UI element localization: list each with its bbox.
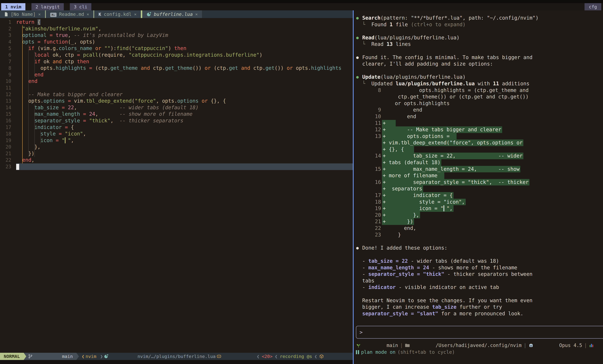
line-number: 13 <box>0 98 16 104</box>
claude-code-pane: ●Search(pattern: "**/*buffer*.lua", path… <box>354 10 603 364</box>
powerline-separator <box>24 353 26 360</box>
separator: | <box>584 342 587 349</box>
assistant-text: Restart Neovim to see the changes. If yo… <box>356 297 603 317</box>
code-line: 12 -- Make tabs bigger and clearer <box>0 91 353 98</box>
code-line: 6 local ok, ctp = pcall(require, "catppu… <box>0 52 353 58</box>
nvim-statusline: NORMAL main ❮ nvim ❯ nvim/…/plugin <box>0 353 353 360</box>
code-text: end, <box>16 157 353 163</box>
chevron-left-icon: ❮ <box>314 354 317 359</box>
buffer-tab--no-name-[interactable]: [No Name]✕ <box>0 10 45 18</box>
code-text <box>16 85 353 91</box>
close-icon[interactable]: ✕ <box>87 12 89 16</box>
code-line: 17 indicator = { <box>0 124 353 131</box>
prompt-input[interactable]: > <box>356 326 603 339</box>
chevron-right-icon: ❯ <box>97 354 103 359</box>
diff-added-row: + more of filename <box>362 172 603 179</box>
code-line: 20 }, <box>0 144 353 150</box>
tmux-window-cli[interactable]: 3 cli <box>70 3 91 10</box>
diff-context-row: 9 end <box>362 107 603 113</box>
code-text: if (vim.g.colors_name or ""):find("catpp… <box>16 45 353 52</box>
line-number: 5 <box>0 45 16 52</box>
spacer <box>356 28 603 34</box>
code-text: opts.highlights = (ctp.get_theme and ctp… <box>16 65 353 71</box>
message-row: Found it. The config is minimal. To make… <box>362 54 603 61</box>
code-line: 23 <box>0 163 353 170</box>
text-cursor <box>16 164 19 170</box>
diff-block: 8 opts.highlights = (ctp.get_theme and c… <box>356 87 603 238</box>
code-line: 9 end <box>0 71 353 78</box>
code-text: return { <box>16 19 353 25</box>
tmux-session-badge[interactable]: cfg <box>585 3 601 10</box>
plan-mode-line[interactable]: plan mode on (shift+tab to cycle) <box>356 349 603 355</box>
tmux-window-list: 1 nvim2 lazygit3 cli <box>1 3 97 10</box>
spacer <box>356 291 603 297</box>
kdl-icon: K <box>99 11 101 17</box>
diff-context-row: 10 end <box>362 113 603 120</box>
plan-mode-hint: (shift+tab to cycle) <box>397 349 455 355</box>
line-number: 17 <box>0 124 16 131</box>
bar-chart-icon <box>589 330 603 361</box>
git-branch-segment: main <box>26 353 76 360</box>
code-text: if ok and ctp then <box>16 58 353 65</box>
diff-context-row: 23 } <box>362 232 603 238</box>
code-editor[interactable]: 1return {2 "akinsho/bufferline.nvim",3 o… <box>0 18 353 353</box>
close-icon[interactable]: ✕ <box>134 12 137 16</box>
separator: | <box>400 342 403 349</box>
code-line: 3 optional = true, -- it's preinstalled … <box>0 32 353 39</box>
chevron-left-icon: ❮ <box>257 354 259 359</box>
code-line: 13 opts.options = vim.tbl_deep_extend("f… <box>0 98 353 104</box>
chevron-left-icon: ❮ <box>82 354 84 359</box>
line-number: 7 <box>0 58 16 65</box>
tool-call-block: ●Search(pattern: "**/*buffer*.lua", path… <box>356 15 603 28</box>
code-text: icon = "▎", <box>16 137 353 144</box>
tmux-window-lazygit[interactable]: 2 lazygit <box>32 3 64 10</box>
footer-branch: main <box>387 342 398 349</box>
code-line: 16 separator_style = "thick", -- thicker… <box>0 117 353 124</box>
close-icon[interactable]: ✕ <box>38 12 41 16</box>
statusline-filepath: nvim/…/plugins/bufferline.lua <box>138 354 216 359</box>
nvim-bufferline: [No Name]✕M↓Readme.md✕Kconfig.kdl✕buffer… <box>0 10 353 18</box>
code-line: 7 if ok and ctp then <box>0 58 353 65</box>
code-line: 10 end <box>0 78 353 85</box>
active-tab-accent <box>141 10 142 18</box>
buffer-tab-config.kdl[interactable]: Kconfig.kdl✕ <box>94 10 141 18</box>
plan-mode-label: plan mode on <box>361 349 395 355</box>
code-text: }, <box>16 144 353 150</box>
code-text: end <box>16 71 353 78</box>
diff-added-row: + {}, { <box>362 146 603 153</box>
message-row: Update(lua/plugins/bufferline.lua) <box>362 74 603 80</box>
code-text: opts = function(_, opts) <box>16 39 353 45</box>
claude-status-line: main | /Users/hadijaveed/.config/nvim | … <box>356 342 603 349</box>
markdown-icon: M↓ <box>50 13 57 17</box>
menu-bar <box>0 0 603 3</box>
diff-added-row: + separators <box>362 186 603 192</box>
assistant-message: ●Done! I added these options: <box>356 245 603 251</box>
diff-added-row: 14+ tab_size = 22, -- wider <box>362 153 603 159</box>
tool-call-block: ●Update(lua/plugins/bufferline.lua)└ Upd… <box>356 74 603 87</box>
diff-added-row: + tabs (default 18) <box>362 159 603 166</box>
code-line: 21 }) <box>0 150 353 157</box>
buffer-tab-bufferline.lua[interactable]: bufferline.lua✕ <box>142 10 202 18</box>
code-text: separator_style = "thick", -- thicker se… <box>16 117 353 124</box>
buffer-tab-label: Readme.md <box>59 11 84 17</box>
mode-indicator: NORMAL <box>0 353 24 360</box>
message-row: - max_name_length = 24 - shows more of t… <box>362 265 603 271</box>
code-line: 5 if (vim.g.colors_name or ""):find("cat… <box>0 45 353 52</box>
code-text: tab_size = 22, -- wider tabs (default 18… <box>16 104 353 111</box>
message-row: - tab_size = 22 - wider tabs (default wa… <box>362 258 603 265</box>
powerline-separator <box>76 353 79 360</box>
tool-call-block: ●Read(lua/plugins/bufferline.lua)└ Read … <box>356 34 603 48</box>
message-bullet-icon: ● <box>356 54 359 61</box>
diff-added-row: 15+ max_name_length = 24, -- show <box>362 166 603 173</box>
code-line: 8 opts.highlights = (ctp.get_theme and c… <box>0 65 353 71</box>
conversation-log: ●Search(pattern: "**/*buffer*.lua", path… <box>356 15 603 317</box>
indent-guide <box>28 45 29 157</box>
diff-added-row: 11+ <box>362 120 603 127</box>
buffer-tab-label: [No Name] <box>11 11 36 17</box>
buffer-tab-readme.md[interactable]: M↓Readme.md✕ <box>46 10 93 18</box>
message-bullet-icon: ● <box>356 34 359 41</box>
tmux-window-nvim[interactable]: 1 nvim <box>1 3 25 10</box>
diff-added-row: 12+ -- Make tabs bigger and clearer <box>362 126 603 133</box>
close-icon[interactable]: ✕ <box>195 12 198 16</box>
message-row: └ Updated lua/plugins/bufferline.lua wit… <box>362 80 603 87</box>
